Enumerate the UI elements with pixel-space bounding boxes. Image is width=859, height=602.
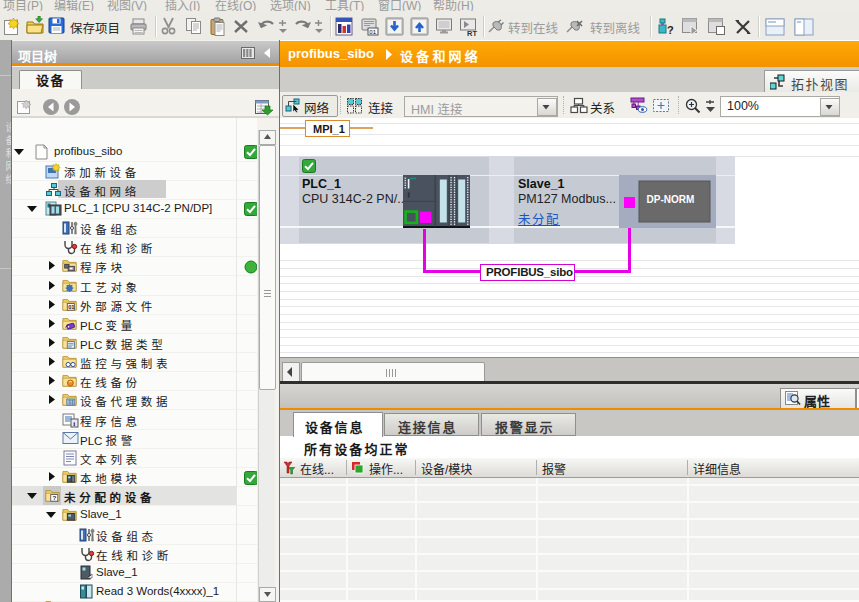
svg-text:?: ? [667,24,674,36]
svg-text:RT: RT [467,29,477,38]
svg-text:DP-NORM: DP-NORM [647,194,695,205]
svg-text:01: 01 [369,29,376,35]
svg-text:01: 01 [68,304,75,310]
svg-text:i: i [73,419,75,427]
svg-text:?: ? [53,495,57,502]
